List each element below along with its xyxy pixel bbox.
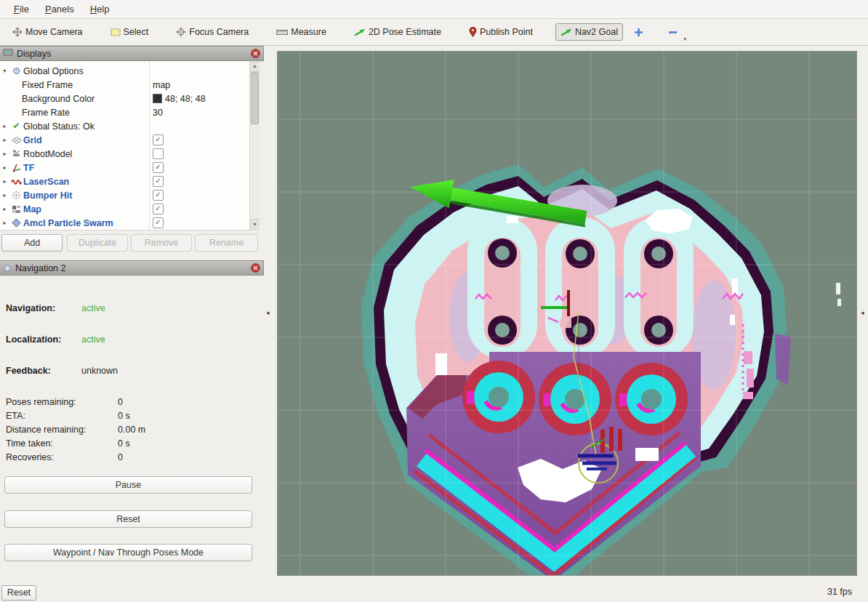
close-icon[interactable]	[251, 263, 260, 273]
tree-row-global-options[interactable]: ▾⚙Global Options	[0, 64, 260, 78]
tool-label: Focus Camera	[189, 27, 249, 37]
panel-title: Navigation 2	[15, 263, 251, 273]
tool-focus-camera[interactable]: Focus Camera	[171, 23, 254, 41]
visibility-checkbox[interactable]: ✓	[153, 217, 164, 228]
navigation2-panel-header: Navigation 2	[0, 260, 264, 276]
nav2-panel-icon	[3, 264, 12, 273]
display-label: Map	[23, 204, 41, 214]
status-row: Feedback:unknown	[6, 366, 51, 376]
tree-row-laserscan[interactable]: ▸LaserScan✓	[0, 174, 260, 188]
status-label: Feedback:	[6, 366, 51, 376]
displays-tree[interactable]: ▾⚙Global OptionsFixed FramemapBackground…	[0, 61, 260, 230]
tree-row-amcl-particle-swarm[interactable]: ▸Amcl Particle Swarm✓	[0, 216, 260, 230]
tree-row-map[interactable]: ▸Map✓	[0, 202, 260, 216]
waypoint-nav-through-poses-mode-button[interactable]: Waypoint / Nav Through Poses Mode	[4, 544, 252, 561]
close-icon[interactable]	[251, 49, 260, 58]
property-label: Fixed Frame	[22, 80, 73, 90]
focus-camera-icon	[176, 27, 186, 37]
visibility-checkbox[interactable]: ✓	[153, 190, 164, 201]
expander-icon[interactable]: ▸	[0, 206, 9, 212]
reset-view-button[interactable]: Reset	[1, 585, 36, 601]
stat-label: Poses remaining:	[6, 397, 76, 407]
add-tool-button[interactable]	[630, 25, 647, 40]
tool-label: Move Camera	[25, 27, 83, 37]
measure-icon	[276, 28, 288, 36]
remove-tool-icon	[668, 28, 678, 37]
scroll-down-icon[interactable]: ▼	[250, 219, 260, 230]
menu-file[interactable]: File	[6, 0, 37, 19]
stat-row: ETA:0 s	[6, 411, 25, 421]
visibility-checkbox[interactable]: ✓	[153, 176, 164, 187]
visibility-checkbox[interactable]: ✓	[153, 204, 164, 214]
status-label: Navigation:	[6, 303, 55, 313]
expander-icon[interactable]: ▸	[0, 123, 9, 129]
visibility-checkbox[interactable]: ✓	[153, 135, 164, 145]
reset-button[interactable]: Reset	[4, 510, 252, 528]
tree-row-grid[interactable]: ▸Grid✓	[0, 133, 260, 147]
display-label: Grid	[23, 135, 42, 145]
scrollbar-thumb[interactable]	[251, 72, 259, 124]
remove-tool-button[interactable]: ▾	[664, 25, 681, 40]
property-value[interactable]: map	[153, 80, 170, 90]
gear-icon: ⚙	[9, 66, 23, 76]
amcl-icon	[9, 218, 23, 228]
stat-label: Time taken:	[6, 438, 53, 449]
scene-3d	[278, 52, 856, 575]
tool-measure[interactable]: Measure	[271, 23, 331, 41]
add-tool-icon	[634, 28, 643, 37]
menu-bar: FilePanelsHelp	[0, 0, 868, 19]
displays-panel-header: Displays	[0, 46, 264, 61]
expander-icon[interactable]: ▸	[0, 137, 9, 143]
expander-icon[interactable]: ▸	[0, 178, 9, 185]
publish-point-icon	[469, 27, 477, 37]
tool-label: 2D Pose Estimate	[369, 27, 441, 37]
expander-icon[interactable]: ▸	[0, 220, 9, 226]
render-viewport[interactable]	[277, 51, 857, 576]
left-splitter-handle[interactable]: ◂	[266, 309, 270, 316]
tree-row-global-status-ok[interactable]: ▸✔Global Status: Ok	[0, 119, 260, 133]
tree-row-bumper-hit[interactable]: ▸Bumper Hit✓	[0, 188, 260, 202]
tool-label: Measure	[291, 27, 326, 37]
visibility-checkbox[interactable]	[153, 148, 164, 159]
menu-panels[interactable]: Panels	[37, 0, 82, 19]
tool-label: Select	[124, 27, 149, 37]
tree-row-tf[interactable]: ▸TF✓	[0, 161, 260, 174]
display-label: Bumper Hit	[23, 190, 72, 201]
property-label: Frame Rate	[22, 108, 70, 118]
stat-row: Recoveries:0	[6, 452, 54, 462]
add-display-button[interactable]: Add	[1, 234, 63, 252]
toolbar: Move CameraSelectFocus CameraMeasure2D P…	[0, 19, 868, 46]
tool-publish-point[interactable]: Publish Point	[464, 23, 538, 41]
display-label: RobotModel	[23, 149, 72, 159]
expander-icon[interactable]: ▸	[0, 164, 9, 171]
tree-row-background-color[interactable]: Background Color48; 48; 48	[0, 92, 260, 105]
expander-icon[interactable]: ▸	[0, 150, 9, 157]
fps-counter: 31 fps	[827, 587, 852, 597]
stat-row: Distance remaining:0.00 m	[6, 425, 86, 435]
tree-row-robotmodel[interactable]: ▸RobotModel	[0, 147, 260, 161]
property-value[interactable]: 48; 48; 48	[153, 94, 206, 104]
tree-row-fixed-frame[interactable]: Fixed Framemap	[0, 78, 260, 92]
duplicate-display-button: Duplicate	[67, 234, 128, 252]
status-value: active	[81, 334, 105, 345]
tool-move-camera[interactable]: Move Camera	[7, 23, 88, 41]
tool-2d-pose-estimate[interactable]: 2D Pose Estimate	[349, 23, 446, 41]
scroll-up-icon[interactable]: ▲	[250, 61, 260, 72]
tree-scrollbar[interactable]: ▲ ▼	[249, 61, 260, 230]
tool-select[interactable]: Select	[105, 23, 154, 41]
property-value[interactable]: 30	[153, 108, 163, 118]
select-icon	[110, 28, 121, 37]
nav2-goal-icon	[560, 28, 572, 36]
tool-nav2-goal[interactable]: Nav2 Goal	[555, 23, 623, 41]
right-splitter-handle[interactable]: ◂	[861, 309, 864, 316]
visibility-checkbox[interactable]: ✓	[153, 162, 164, 173]
displays-buttons-row: AddDuplicateRemoveRename	[0, 234, 264, 253]
expander-icon[interactable]: ▾	[0, 68, 9, 74]
tree-row-frame-rate[interactable]: Frame Rate30	[0, 105, 260, 119]
status-value: unknown	[81, 366, 118, 376]
display-label: Global Options	[23, 66, 84, 76]
pause-button[interactable]: Pause	[4, 476, 252, 494]
expander-icon[interactable]: ▸	[0, 192, 9, 198]
dropdown-arrow-icon: ▾	[683, 36, 686, 42]
menu-help[interactable]: Help	[82, 0, 118, 19]
